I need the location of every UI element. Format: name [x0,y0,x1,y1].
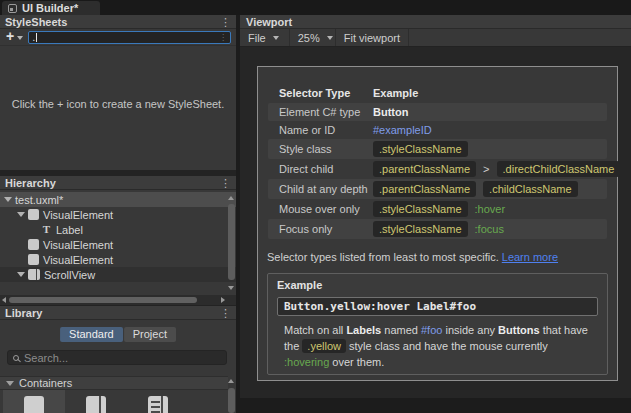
tree-item-visualelement[interactable]: VisualElement [0,252,236,267]
library-tab-group: StandardProject [60,327,176,342]
tree-item-visualelement[interactable]: VisualElement [0,237,236,252]
column-header-selector-type: Selector Type [268,87,373,99]
ui-builder-window: UI Builder* StyleSheets ⋮ + . ⋮ Click th… [0,0,631,413]
tree-item-label: ScrollView [44,269,95,281]
stylesheets-body: Click the + icon to create a new StyleSh… [0,46,236,169]
file-menu-label: File [248,32,266,44]
search-placeholder: Search... [24,352,68,364]
row-example: #exampleID [373,124,607,136]
description-part: over them. [329,356,384,368]
section-containers[interactable]: Containers [0,376,228,390]
description-part: :hovering [284,356,329,368]
scroll-down-icon[interactable] [228,286,234,290]
chevron-down-icon[interactable] [4,197,12,202]
table-row: Focus only.styleClassName:focus [268,219,607,239]
add-dropdown-caret-icon[interactable] [17,36,23,40]
row-example: .parentClassName.childClassName [373,181,607,197]
table-row: Direct child.parentClassName>.directChil… [268,159,607,179]
tree-item-label: VisualElement [43,209,113,221]
hierarchy-tree: test.uxml*VisualElementTLabelVisualEleme… [0,190,236,294]
scroll-view-icon [28,269,40,280]
library-vertical-scrollbar[interactable] [228,377,235,413]
library-title: Library [5,307,42,319]
row-example: .styleClassName [373,141,607,157]
ui-builder-window-icon [8,4,17,13]
tab-ui-builder[interactable]: UI Builder* [2,1,100,15]
tab-project[interactable]: Project [124,327,176,342]
example-part: .parentClassName [373,181,476,197]
stylesheets-pane: StyleSheets ⋮ + . ⋮ Click the + icon to … [0,15,236,170]
selector-type-table: Selector TypeExampleElement C# typeButto… [268,83,607,239]
scrollbar-thumb[interactable] [9,297,197,303]
description-part: .yellow [302,339,346,353]
example-part: :focus [475,223,504,235]
add-stylesheet-icon[interactable]: + [3,29,15,45]
scroll-right-icon[interactable] [221,297,225,303]
viewport-pane: Viewport File 25% Fit viewport Selector … [236,15,631,413]
scroll-up-icon[interactable] [228,196,234,200]
library-tile-list-view-tile[interactable] [127,390,189,413]
tab-standard[interactable]: Standard [60,327,123,342]
row-label: Mouse over only [268,203,373,215]
library-tile-scroll-view-tile[interactable] [65,390,127,413]
table-row: Mouse over only.styleClassName:hover [268,199,607,219]
description-part: style class and have the mouse currently [346,340,548,352]
chevron-down-icon [6,381,14,386]
tree-item-visualelement[interactable]: VisualElement [0,207,236,222]
library-pane: Library ⋮ StandardProject Search... Cont… [0,306,236,413]
library-menu-icon[interactable]: ⋮ [220,308,231,318]
tree-item-label[interactable]: TLabel [0,222,236,237]
scrollbar-thumb[interactable] [228,388,235,413]
viewport-toolbar: File 25% Fit viewport [240,29,631,47]
viewport-title: Viewport [246,16,292,28]
tree-item-test-uxml-[interactable]: test.uxml* [0,192,236,207]
example-part: .styleClassName [373,141,468,157]
fit-viewport-label: Fit viewport [344,32,400,44]
example-part: .styleClassName [373,201,468,217]
learn-more-link[interactable]: Learn more [502,251,558,263]
description-part: Labels [346,324,381,336]
table-row: Style class.styleClassName [268,139,607,159]
library-search-input[interactable]: Search... [7,350,227,365]
example-title: Example [277,279,322,291]
new-selector-input[interactable]: . ⋮ [28,31,231,44]
chevron-down-icon[interactable] [17,272,25,277]
example-description: Match on all Labels named #foo inside an… [284,322,595,370]
zoom-level-dropdown[interactable]: 25% [290,29,336,46]
row-example: .parentClassName>.directChildClassName [373,161,620,177]
example-part: .parentClassName [373,161,476,177]
scroll-view-icon [86,396,106,413]
visual-element-icon [24,396,44,413]
file-menu-button[interactable]: File [240,29,290,46]
library-tile-visual-element-tile[interactable] [3,390,65,413]
canvas-document-panel[interactable]: Selector TypeExampleElement C# typeButto… [257,66,618,381]
row-label: Style class [268,143,373,155]
description-part: #foo [421,324,442,336]
description-part: named [381,324,421,336]
description-part: Buttons [498,324,540,336]
example-box: Example Button.yellow:hover Label#foo Ma… [267,273,608,375]
list-view-icon [148,396,168,413]
example-code-field[interactable]: Button.yellow:hover Label#foo [277,297,598,316]
table-row: Child at any depth.parentClassName.child… [268,179,607,199]
tree-item-label: Label [56,224,83,236]
tree-item-label: VisualElement [43,254,113,266]
tree-item-scrollview[interactable]: ScrollView [0,267,236,282]
tree-item-label: test.uxml* [15,194,63,206]
row-example: Button [373,106,607,118]
example-part: .directChildClassName [497,161,621,177]
hierarchy-horizontal-scrollbar[interactable] [0,295,236,305]
scroll-up-icon[interactable] [228,379,234,383]
new-selector-value: . [32,31,35,43]
scrollbar-thumb[interactable] [228,204,235,280]
hierarchy-vertical-scrollbar[interactable] [228,194,235,294]
stylesheets-menu-icon[interactable]: ⋮ [220,17,231,27]
viewport-canvas[interactable]: Selector TypeExampleElement C# typeButto… [240,47,631,413]
zoom-level-value: 25% [298,32,320,44]
fit-viewport-button[interactable]: Fit viewport [336,29,409,46]
example-part: .childClassName [483,181,578,197]
chevron-down-icon[interactable] [17,212,25,217]
scroll-left-icon[interactable] [2,297,6,303]
example-part: .styleClassName [373,221,468,237]
hierarchy-menu-icon[interactable]: ⋮ [220,178,231,188]
